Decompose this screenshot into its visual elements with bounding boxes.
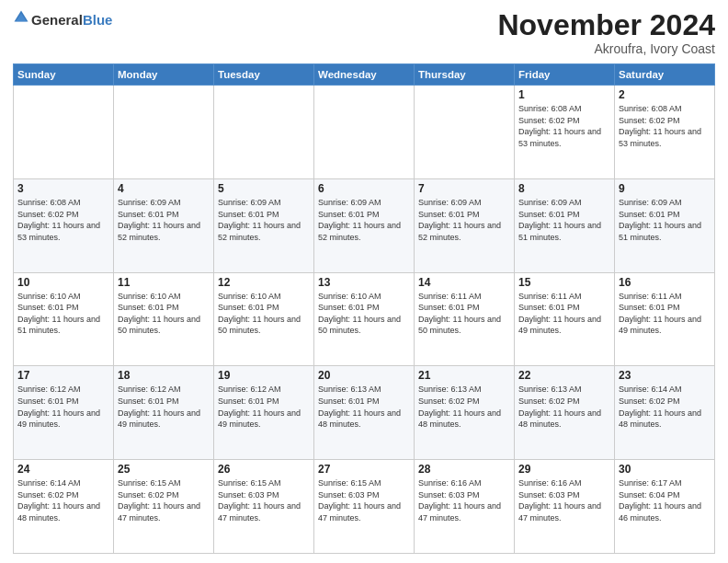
day-number: 14 [418,276,510,289]
day-info: Sunrise: 6:09 AMSunset: 6:01 PMDaylight:… [218,198,301,242]
day-info: Sunrise: 6:15 AMSunset: 6:03 PMDaylight:… [218,478,301,523]
day-info: Sunrise: 6:11 AMSunset: 6:01 PMDaylight:… [619,292,701,336]
day-number: 12 [218,276,310,289]
day-info: Sunrise: 6:09 AMSunset: 6:01 PMDaylight:… [118,198,200,242]
day-info: Sunrise: 6:15 AMSunset: 6:02 PMDaylight:… [118,478,200,523]
day-number: 27 [318,463,410,476]
month-title: November 2024 [497,9,715,41]
day-number: 28 [418,463,510,476]
calendar-cell: 22Sunrise: 6:13 AMSunset: 6:02 PMDayligh… [515,366,615,460]
logo-blue-text: Blue [83,12,113,28]
day-number: 26 [218,463,310,476]
day-info: Sunrise: 6:10 AMSunset: 6:01 PMDaylight:… [218,292,301,336]
day-info: Sunrise: 6:10 AMSunset: 6:01 PMDaylight:… [318,292,401,336]
day-number: 11 [118,276,210,289]
calendar-cell [314,86,415,179]
weekday-header-row: SundayMondayTuesdayWednesdayThursdayFrid… [14,64,715,86]
day-number: 3 [17,182,109,195]
calendar-cell: 10Sunrise: 6:10 AMSunset: 6:01 PMDayligh… [14,272,114,366]
day-number: 30 [619,463,711,476]
calendar-week-1: 1Sunrise: 6:08 AMSunset: 6:02 PMDaylight… [14,86,715,179]
calendar-cell: 29Sunrise: 6:16 AMSunset: 6:03 PMDayligh… [515,460,615,554]
weekday-header-friday: Friday [515,64,615,86]
logo-general-text: General [31,12,83,28]
day-info: Sunrise: 6:09 AMSunset: 6:01 PMDaylight:… [318,198,401,242]
weekday-header-monday: Monday [114,64,214,86]
page-header: GeneralBlue November 2024 Akroufra, Ivor… [13,9,715,56]
day-info: Sunrise: 6:08 AMSunset: 6:02 PMDaylight:… [518,104,601,148]
calendar-cell: 28Sunrise: 6:16 AMSunset: 6:03 PMDayligh… [415,460,515,554]
calendar-cell: 11Sunrise: 6:10 AMSunset: 6:01 PMDayligh… [114,272,214,366]
calendar-cell: 18Sunrise: 6:12 AMSunset: 6:01 PMDayligh… [114,366,214,460]
day-info: Sunrise: 6:12 AMSunset: 6:01 PMDaylight:… [218,385,301,429]
day-number: 21 [418,369,510,382]
day-number: 7 [418,182,510,195]
day-info: Sunrise: 6:14 AMSunset: 6:02 PMDaylight:… [17,478,100,523]
calendar-cell: 5Sunrise: 6:09 AMSunset: 6:01 PMDaylight… [214,178,314,272]
day-info: Sunrise: 6:12 AMSunset: 6:01 PMDaylight:… [118,385,200,429]
calendar-cell: 25Sunrise: 6:15 AMSunset: 6:02 PMDayligh… [114,460,214,554]
day-info: Sunrise: 6:10 AMSunset: 6:01 PMDaylight:… [17,292,100,336]
logo: GeneralBlue [13,9,112,31]
calendar-cell: 6Sunrise: 6:09 AMSunset: 6:01 PMDaylight… [314,178,415,272]
calendar-cell [14,86,114,179]
location-title: Akroufra, Ivory Coast [497,41,715,56]
calendar-cell: 15Sunrise: 6:11 AMSunset: 6:01 PMDayligh… [515,272,615,366]
calendar-cell: 24Sunrise: 6:14 AMSunset: 6:02 PMDayligh… [14,460,114,554]
day-info: Sunrise: 6:08 AMSunset: 6:02 PMDaylight:… [17,198,100,242]
day-info: Sunrise: 6:09 AMSunset: 6:01 PMDaylight:… [619,198,701,242]
calendar-cell: 19Sunrise: 6:12 AMSunset: 6:01 PMDayligh… [214,366,314,460]
day-number: 22 [518,369,610,382]
calendar-cell: 8Sunrise: 6:09 AMSunset: 6:01 PMDaylight… [515,178,615,272]
day-number: 4 [118,182,210,195]
day-number: 18 [118,369,210,382]
day-number: 29 [518,463,610,476]
calendar-cell: 7Sunrise: 6:09 AMSunset: 6:01 PMDaylight… [415,178,515,272]
calendar-cell: 17Sunrise: 6:12 AMSunset: 6:01 PMDayligh… [14,366,114,460]
weekday-header-saturday: Saturday [615,64,715,86]
day-number: 5 [218,182,310,195]
day-info: Sunrise: 6:12 AMSunset: 6:01 PMDaylight:… [17,385,100,429]
day-info: Sunrise: 6:09 AMSunset: 6:01 PMDaylight:… [418,198,501,242]
calendar-week-2: 3Sunrise: 6:08 AMSunset: 6:02 PMDaylight… [14,178,715,272]
day-number: 1 [518,88,610,101]
calendar-cell: 23Sunrise: 6:14 AMSunset: 6:02 PMDayligh… [615,366,715,460]
day-number: 25 [118,463,210,476]
title-block: November 2024 Akroufra, Ivory Coast [497,9,715,56]
day-number: 10 [17,276,109,289]
calendar-cell: 2Sunrise: 6:08 AMSunset: 6:02 PMDaylight… [615,86,715,179]
calendar-cell [214,86,314,179]
calendar-week-4: 17Sunrise: 6:12 AMSunset: 6:01 PMDayligh… [14,366,715,460]
calendar-cell: 16Sunrise: 6:11 AMSunset: 6:01 PMDayligh… [615,272,715,366]
logo-icon [13,9,29,31]
calendar-week-3: 10Sunrise: 6:10 AMSunset: 6:01 PMDayligh… [14,272,715,366]
calendar-body: 1Sunrise: 6:08 AMSunset: 6:02 PMDaylight… [14,86,715,554]
day-info: Sunrise: 6:08 AMSunset: 6:02 PMDaylight:… [619,104,701,148]
calendar-cell: 14Sunrise: 6:11 AMSunset: 6:01 PMDayligh… [415,272,515,366]
day-info: Sunrise: 6:13 AMSunset: 6:01 PMDaylight:… [318,385,401,429]
day-info: Sunrise: 6:11 AMSunset: 6:01 PMDaylight:… [418,292,501,336]
calendar-table: SundayMondayTuesdayWednesdayThursdayFrid… [13,63,715,554]
weekday-header-sunday: Sunday [14,64,114,86]
day-number: 15 [518,276,610,289]
calendar-page: GeneralBlue November 2024 Akroufra, Ivor… [0,0,728,563]
calendar-cell: 27Sunrise: 6:15 AMSunset: 6:03 PMDayligh… [314,460,415,554]
calendar-cell: 1Sunrise: 6:08 AMSunset: 6:02 PMDaylight… [515,86,615,179]
logo-text: GeneralBlue [31,12,112,29]
day-info: Sunrise: 6:14 AMSunset: 6:02 PMDaylight:… [619,385,701,429]
day-info: Sunrise: 6:13 AMSunset: 6:02 PMDaylight:… [418,385,501,429]
weekday-header-tuesday: Tuesday [214,64,314,86]
weekday-header-wednesday: Wednesday [314,64,415,86]
calendar-cell: 30Sunrise: 6:17 AMSunset: 6:04 PMDayligh… [615,460,715,554]
day-number: 24 [17,463,109,476]
day-number: 2 [619,88,711,101]
calendar-cell [114,86,214,179]
calendar-cell: 12Sunrise: 6:10 AMSunset: 6:01 PMDayligh… [214,272,314,366]
day-number: 23 [619,369,711,382]
day-info: Sunrise: 6:09 AMSunset: 6:01 PMDaylight:… [518,198,601,242]
day-info: Sunrise: 6:16 AMSunset: 6:03 PMDaylight:… [418,478,501,523]
day-number: 13 [318,276,410,289]
day-info: Sunrise: 6:15 AMSunset: 6:03 PMDaylight:… [318,478,401,523]
day-number: 8 [518,182,610,195]
calendar-header: SundayMondayTuesdayWednesdayThursdayFrid… [14,64,715,86]
